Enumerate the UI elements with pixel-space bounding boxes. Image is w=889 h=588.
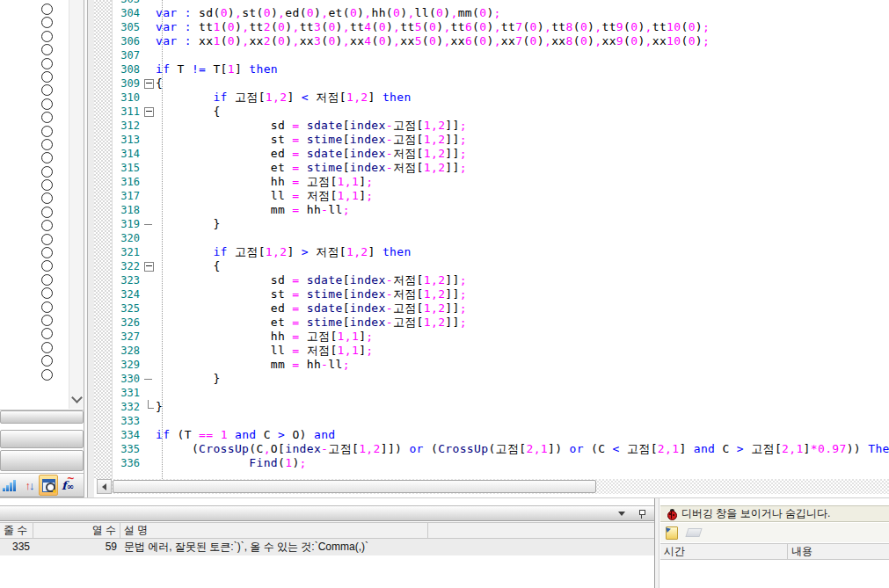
code-text: ll = 저점[1,1]; bbox=[156, 189, 374, 203]
list-bullet-circle[interactable] bbox=[41, 17, 53, 28]
code-line[interactable]: 314 ed = sdate[index-저점[1,2]]; bbox=[112, 147, 889, 161]
code-line[interactable]: 321 if 고점[1,2] > 저점[1,2] then bbox=[112, 245, 889, 259]
collapsed-toolbar-strip[interactable] bbox=[0, 430, 84, 448]
code-line[interactable]: 335 (CrossUp(C,O[index-고점[1,2]]) or (Cro… bbox=[112, 442, 889, 456]
code-line[interactable]: 334if (T == 1 and C > O) and bbox=[112, 428, 889, 442]
list-bullet-circle[interactable] bbox=[41, 126, 53, 137]
vertical-splitter[interactable] bbox=[84, 0, 94, 497]
line-number: 327 bbox=[112, 330, 143, 344]
list-bullet-circle[interactable] bbox=[41, 260, 53, 272]
code-line[interactable]: 328 ll = 저점[1,1]; bbox=[112, 344, 889, 358]
code-line[interactable]: 331 bbox=[112, 386, 889, 400]
list-bullet-circle[interactable] bbox=[41, 328, 53, 339]
code-line[interactable]: 311 { bbox=[112, 105, 889, 119]
list-bullet-circle[interactable] bbox=[41, 220, 53, 231]
list-bullet-circle[interactable] bbox=[41, 4, 53, 15]
column-header-line[interactable]: 줄 수 bbox=[0, 523, 33, 538]
list-bullet-circle[interactable] bbox=[41, 342, 53, 353]
code-line[interactable]: 318 mm = hh-ll; bbox=[112, 203, 889, 217]
code-line[interactable]: 325 ed = sdate[index-고점[1,2]]; bbox=[112, 301, 889, 316]
list-bullet-circle[interactable] bbox=[41, 139, 53, 150]
list-bullet-circle[interactable] bbox=[41, 287, 53, 299]
line-number: 330 bbox=[112, 372, 143, 386]
fold-column bbox=[143, 456, 156, 470]
collapse-arrow-icon[interactable] bbox=[618, 512, 625, 519]
collapsed-toolbar-strip[interactable] bbox=[0, 450, 84, 471]
fold-marker-box[interactable] bbox=[143, 105, 156, 119]
code-line[interactable]: 323 sd = sdate[index-저점[1,2]]; bbox=[112, 273, 889, 287]
code-line[interactable]: 317 ll = 저점[1,1]; bbox=[112, 189, 889, 203]
code-line[interactable]: 333 bbox=[112, 414, 889, 428]
list-bullet-circle[interactable] bbox=[41, 31, 53, 42]
fold-marker-box[interactable] bbox=[143, 76, 156, 91]
scroll-down-icon[interactable] bbox=[71, 392, 83, 403]
list-bullet-circle[interactable] bbox=[41, 355, 53, 367]
code-line[interactable]: 305var : tt1(0),tt2(0),tt3(0),tt4(0),tt5… bbox=[112, 20, 889, 34]
debug-panel-header[interactable]: 디버깅 창을 보이거나 숨깁니다. bbox=[660, 505, 889, 522]
code-line[interactable]: 336 Find(1); bbox=[112, 456, 889, 470]
list-bullet-circle[interactable] bbox=[41, 44, 53, 55]
list-bullet-circle[interactable] bbox=[41, 247, 53, 258]
zoom-chart-icon[interactable] bbox=[39, 475, 58, 496]
code-line[interactable]: 332} bbox=[112, 400, 889, 414]
code-line[interactable]: 330 } bbox=[112, 372, 889, 386]
code-line[interactable]: 324 st = stime[index-저점[1,2]]; bbox=[112, 287, 889, 301]
list-bullet-circle[interactable] bbox=[41, 315, 53, 326]
code-line[interactable]: 319 } bbox=[112, 217, 889, 231]
list-bullet-circle[interactable] bbox=[41, 84, 53, 96]
column-header-description[interactable]: 설 명 bbox=[120, 523, 428, 538]
code-line[interactable]: 309{ bbox=[112, 76, 889, 91]
new-log-icon[interactable] bbox=[666, 526, 678, 540]
list-bullet-circle[interactable] bbox=[41, 234, 53, 245]
code-line[interactable]: 303 bbox=[112, 0, 889, 6]
code-line[interactable]: 310 if 고점[1,2] < 저점[1,2] then bbox=[112, 91, 889, 105]
code-line[interactable]: 329 mm = hh-ll; bbox=[112, 358, 889, 372]
code-line[interactable]: 315 et = stime[index-저점[1,2]]; bbox=[112, 161, 889, 175]
clear-log-icon[interactable] bbox=[685, 528, 702, 537]
scrollbar-thumb[interactable] bbox=[113, 480, 596, 493]
scroll-left-button[interactable] bbox=[97, 479, 112, 494]
list-bullet-circle[interactable] bbox=[41, 301, 53, 313]
code-line[interactable]: 313 st = stime[index-고점[1,2]]; bbox=[112, 133, 889, 147]
list-bullet-circle[interactable] bbox=[41, 71, 53, 83]
code-line[interactable]: 304var : sd(0),st(0),ed(0),et(0),hh(0),l… bbox=[112, 6, 889, 20]
list-bullet-circle[interactable] bbox=[41, 207, 53, 218]
code-text: var : xx1(0),xx2(0),xx3(0),xx4(0),xx5(0)… bbox=[156, 34, 710, 48]
line-number: 320 bbox=[112, 231, 143, 245]
code-line[interactable]: 326 et = stime[index-고점[1,2]]; bbox=[112, 316, 889, 330]
column-header-column[interactable]: 열 수 bbox=[33, 523, 120, 538]
column-header-content[interactable]: 내용 bbox=[788, 544, 889, 559]
list-bullet-circle[interactable] bbox=[41, 98, 53, 110]
code-line[interactable]: 322 { bbox=[112, 259, 889, 273]
error-panel-header-bar[interactable] bbox=[0, 505, 654, 521]
list-bullet-circle[interactable] bbox=[41, 192, 53, 204]
list-bullet-circle[interactable] bbox=[41, 179, 53, 191]
table-row[interactable]: 335 59 문법 에러, 잘못된 토큰:`)`, 올 수 있는 것:`Comm… bbox=[0, 539, 654, 555]
list-bullet-circle[interactable] bbox=[41, 58, 53, 69]
code-line[interactable]: 306var : xx1(0),xx2(0),xx3(0),xx4(0),xx5… bbox=[112, 34, 889, 48]
auto-hide-pin-icon[interactable] bbox=[638, 509, 646, 519]
column-header-time[interactable]: 시간 bbox=[660, 544, 788, 559]
error-description: 문법 에러, 잘못된 토큰:`)`, 올 수 있는 것:`Comma(,)` bbox=[120, 539, 372, 555]
fold-marker-box[interactable] bbox=[143, 259, 156, 273]
left-panel-scrollbar[interactable] bbox=[69, 0, 84, 409]
collapsed-toolbar-strip[interactable] bbox=[0, 410, 84, 424]
code-text: et = stime[index-저점[1,2]]; bbox=[156, 161, 467, 175]
list-bullet-circle[interactable] bbox=[41, 369, 53, 381]
code-editor[interactable]: 303304var : sd(0),st(0),ed(0),et(0),hh(0… bbox=[94, 0, 889, 497]
list-bullet-circle[interactable] bbox=[41, 274, 53, 286]
code-line[interactable]: 307 bbox=[112, 48, 889, 62]
code-line[interactable]: 316 hh = 고점[1,1]; bbox=[112, 175, 889, 189]
list-bullet-circle[interactable] bbox=[41, 112, 53, 123]
function-icon[interactable]: f∞~ bbox=[58, 475, 77, 496]
editor-horizontal-scrollbar[interactable] bbox=[94, 479, 889, 494]
code-line[interactable]: 320 bbox=[112, 231, 889, 245]
list-bullet-circle[interactable] bbox=[41, 166, 53, 178]
code-line[interactable]: 308if T != T[1] then bbox=[112, 62, 889, 76]
list-bullet-circle[interactable] bbox=[41, 152, 53, 163]
bottom-panel-divider[interactable] bbox=[654, 498, 660, 588]
chart-bars-icon[interactable] bbox=[0, 475, 19, 496]
code-line[interactable]: 327 hh = 고점[1,1]; bbox=[112, 330, 889, 344]
code-line[interactable]: 312 sd = sdate[index-고점[1,2]]; bbox=[112, 119, 889, 133]
arrows-up-down-icon[interactable]: ↑↓ bbox=[19, 475, 39, 496]
